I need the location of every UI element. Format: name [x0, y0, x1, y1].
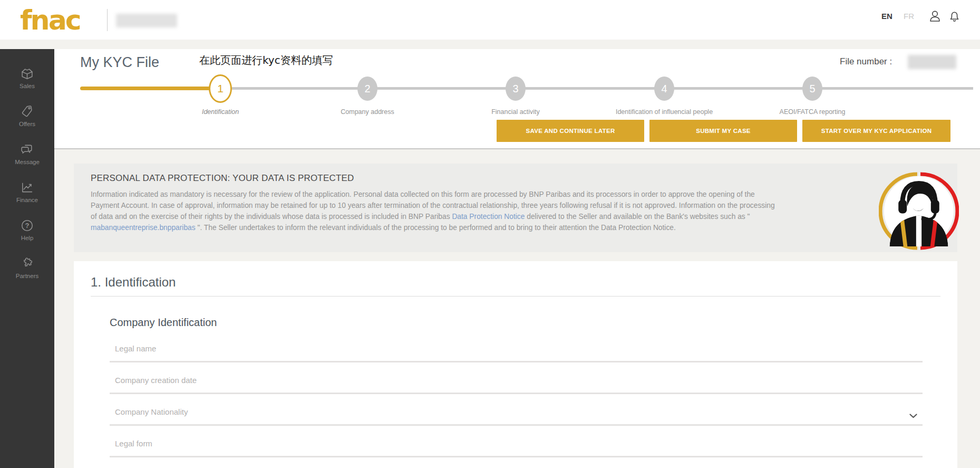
- language-fr-button[interactable]: FR: [904, 12, 914, 21]
- privacy-notice-card: PERSONAL DATA PROTECTION: YOUR DATA IS P…: [74, 164, 957, 252]
- privacy-text: delivered to the Seller and available on…: [525, 213, 750, 221]
- legal-name-input[interactable]: [110, 341, 923, 362]
- legal-form-field: [110, 436, 923, 457]
- sidebar-item-label: Sales: [20, 83, 35, 89]
- support-headset-icon: [879, 171, 959, 251]
- page-title: My KYC File: [80, 54, 159, 71]
- section-divider: [91, 296, 940, 297]
- chevron-down-icon[interactable]: [909, 411, 917, 416]
- kyc-header-panel: My KYC File 在此页面进行kyc资料的填写 File number :…: [54, 49, 980, 149]
- step-1-circle[interactable]: 1: [209, 74, 232, 103]
- step-5-label: AEOI/FATCA reporting: [728, 108, 897, 116]
- sidebar-item-sales[interactable]: Sales: [0, 59, 54, 97]
- step-4-circle[interactable]: 4: [654, 77, 674, 101]
- stepper-progress-line: [80, 87, 221, 90]
- section-title: 1. Identification: [91, 275, 176, 290]
- save-and-continue-button[interactable]: SAVE AND CONTINUE LATER: [497, 120, 644, 142]
- merchant-name-redacted: [116, 14, 177, 27]
- step-5-circle[interactable]: 5: [802, 77, 822, 101]
- company-creation-date-field: [110, 373, 923, 394]
- chinese-annotation: 在此页面进行kyc资料的填写: [199, 53, 333, 68]
- bell-icon[interactable]: [947, 9, 962, 23]
- privacy-link[interactable]: Data Protection Notice: [452, 213, 525, 221]
- privacy-link[interactable]: mabanqueentreprise.bnpparibas: [91, 224, 196, 232]
- sidebar-item-label: Partners: [16, 273, 38, 279]
- privacy-text: ". The Seller undertakes to inform the r…: [196, 224, 676, 232]
- kyc-page: fnac EN FR Sales Offers Message Finance: [0, 0, 980, 468]
- submit-my-case-button[interactable]: SUBMIT MY CASE: [649, 120, 797, 142]
- sidebar-item-partners[interactable]: Partners: [0, 249, 54, 286]
- legal-name-field: [110, 341, 923, 362]
- step-3-circle[interactable]: 3: [506, 77, 526, 101]
- sidebar-item-message[interactable]: Message: [0, 135, 54, 173]
- sidebar-item-label: Offers: [19, 121, 35, 127]
- sidebar-item-label: Help: [21, 235, 34, 241]
- step-1-label: Identification: [136, 108, 305, 116]
- step-3-label: Financial activity: [431, 108, 600, 116]
- company-nationality-field: [110, 405, 923, 426]
- sidebar-nav: Sales Offers Message Finance ? Help Part…: [0, 49, 54, 468]
- subsection-title: Company Identification: [110, 317, 217, 329]
- language-en-button[interactable]: EN: [881, 12, 892, 21]
- legal-form-input[interactable]: [110, 436, 923, 457]
- step-2-label: Company address: [283, 108, 452, 116]
- help-icon: ?: [20, 218, 34, 233]
- stepper-track-line: [220, 87, 973, 90]
- sidebar-item-help[interactable]: ? Help: [0, 211, 54, 249]
- sidebar-item-label: Message: [15, 159, 40, 165]
- step-2-circle[interactable]: 2: [357, 77, 377, 101]
- chart-icon: [20, 180, 34, 195]
- sidebar-item-offers[interactable]: Offers: [0, 97, 54, 135]
- step-4-label: Identification of influencial people: [580, 108, 749, 116]
- sidebar-item-finance[interactable]: Finance: [0, 173, 54, 211]
- sidebar-item-label: Finance: [16, 197, 38, 203]
- identification-form-card: 1. Identification Company Identification: [74, 261, 957, 468]
- svg-text:?: ?: [25, 222, 30, 230]
- top-header-bar: fnac EN FR: [0, 0, 980, 40]
- company-creation-date-input[interactable]: [110, 373, 923, 394]
- fnac-logo[interactable]: fnac: [20, 4, 80, 36]
- box-icon: [20, 66, 34, 81]
- company-nationality-select[interactable]: [110, 405, 923, 426]
- privacy-title: PERSONAL DATA PROTECTION: YOUR DATA IS P…: [91, 173, 354, 184]
- start-over-button[interactable]: START OVER MY KYC APPLICATION: [802, 120, 950, 142]
- file-number-redacted: [908, 55, 956, 69]
- logo-divider: [107, 9, 108, 31]
- chat-icon: [20, 142, 34, 157]
- privacy-body: Information indicated as mandatory is ne…: [91, 189, 779, 233]
- user-icon[interactable]: [928, 9, 942, 23]
- puzzle-icon: [20, 256, 34, 271]
- tag-icon: [20, 104, 34, 119]
- file-number-label: File number :: [840, 56, 892, 67]
